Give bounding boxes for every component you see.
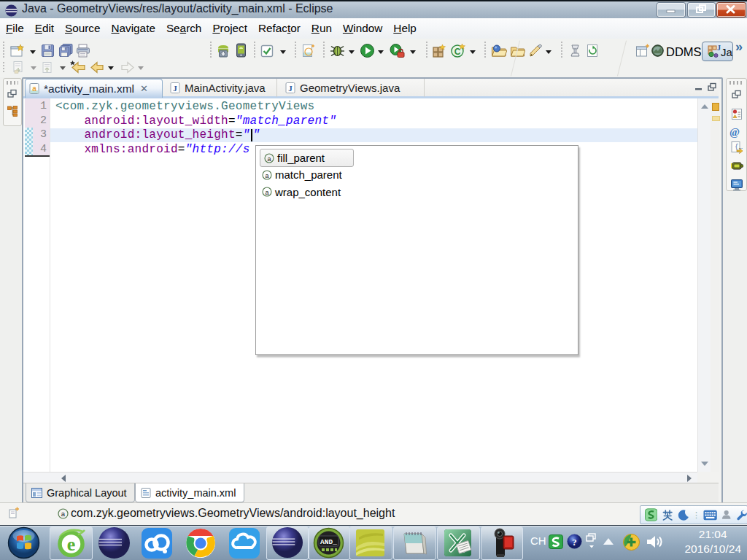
- svg-text:e: e: [67, 534, 76, 555]
- svg-text:a: a: [267, 155, 271, 162]
- svg-text:a: a: [265, 189, 268, 196]
- svg-text:AND_: AND_: [320, 538, 337, 546]
- svg-text:a: a: [61, 510, 66, 518]
- svg-text:a: a: [265, 171, 268, 179]
- svg-text:a: a: [32, 85, 36, 93]
- svg-text:?: ?: [572, 537, 577, 548]
- svg-text:C: C: [454, 47, 461, 57]
- svg-text:J: J: [173, 84, 177, 93]
- svg-text:J: J: [288, 84, 293, 93]
